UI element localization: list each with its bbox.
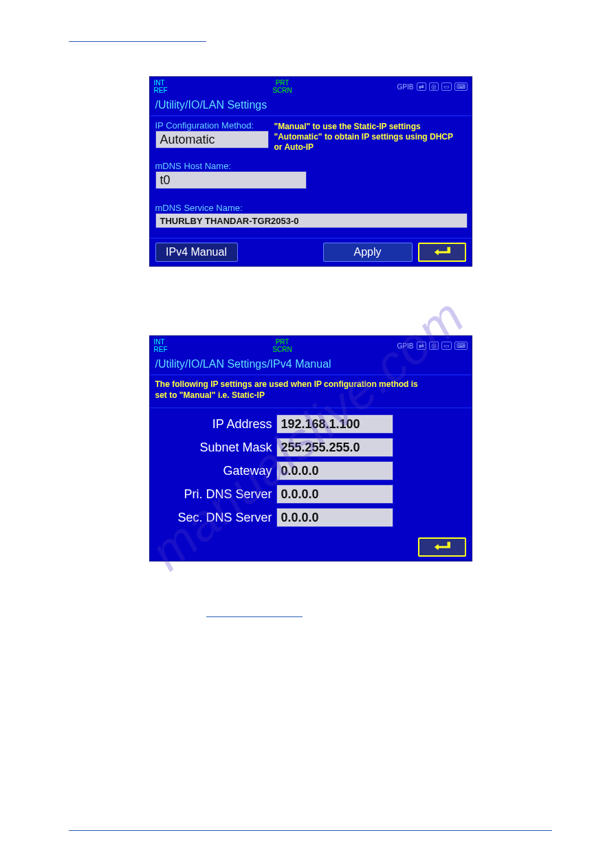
hint-line-2: "Automatic" to obtain IP settings using … [274, 132, 454, 142]
subnet-mask-label: Subnet Mask [155, 441, 272, 455]
usb-icon-2: ◎ [429, 342, 439, 350]
gateway-label: Gateway [155, 464, 272, 478]
pri-dns-field[interactable]: 0.0.0.0 [276, 485, 393, 504]
rs-icon-2: ▭ [441, 342, 452, 350]
sec-dns-label: Sec. DNS Server [155, 511, 272, 525]
mdns-host-field[interactable]: t0 [155, 171, 307, 189]
lan-icon: ⇄ [417, 82, 426, 91]
ip-config-method-field[interactable]: Automatic [155, 131, 269, 148]
header-rule [69, 41, 206, 42]
ip-config-method-label: IP Configuration Method: [155, 120, 269, 131]
body-link-rule [206, 610, 303, 617]
gpib-label: GPIB [397, 83, 414, 91]
ipv4-manual-screenshot: INT REF PRT SCRN GPIB ⇄ ◎ ▭ ⌨ /Utility/I… [149, 335, 472, 561]
status-int-2: INT [154, 338, 168, 346]
ip-address-field[interactable]: 192.168.1.100 [276, 414, 393, 434]
back-button-2[interactable] [418, 537, 466, 557]
back-arrow-icon [432, 247, 452, 258]
usb-icon: ◎ [429, 82, 439, 91]
mdns-service-label: mDNS Service Name: [155, 203, 466, 213]
ip-address-label: IP Address [155, 417, 272, 432]
rs-icon: ▭ [441, 82, 452, 91]
mdns-host-label: mDNS Host Name: [155, 161, 466, 171]
breadcrumb-2: /Utility/IO/LAN Settings/IPv4 Manual [150, 355, 472, 375]
sec-dns-field[interactable]: 0.0.0.0 [276, 508, 393, 527]
back-button[interactable] [418, 243, 466, 262]
lan-settings-screenshot: INT REF PRT SCRN GPIB ⇄ ◎ ▭ ⌨ /Utility/I… [149, 76, 472, 267]
lan-icon-2: ⇄ [417, 342, 426, 350]
gpib-label-2: GPIB [397, 342, 414, 350]
footer-bar [69, 830, 552, 834]
ipv4-manual-button[interactable]: IPv4 Manual [155, 243, 238, 262]
ipv4-note: The following IP settings are used when … [150, 375, 472, 408]
status-center: PRT SCRN [168, 79, 397, 94]
status-right-2: GPIB ⇄ ◎ ▭ ⌨ [397, 342, 468, 350]
ipv4-note-line2: set to "Manual" i.e. Static-IP [155, 390, 466, 401]
status-bar-2: INT REF PRT SCRN GPIB ⇄ ◎ ▭ ⌨ [150, 336, 472, 355]
status-scrn-2: SCRN [168, 346, 397, 353]
status-left-2: INT REF [154, 338, 168, 353]
status-int: INT [154, 79, 168, 87]
kbd-icon-2: ⌨ [454, 342, 468, 350]
pri-dns-label: Pri. DNS Server [155, 487, 272, 502]
subnet-mask-field[interactable]: 255.255.255.0 [276, 438, 393, 457]
status-prt: PRT [168, 79, 397, 87]
status-left: INT REF [154, 79, 168, 94]
back-arrow-icon-2 [432, 542, 452, 553]
gateway-field[interactable]: 0.0.0.0 [276, 461, 393, 480]
status-prt-2: PRT [168, 338, 397, 346]
status-center-2: PRT SCRN [168, 338, 397, 353]
apply-button[interactable]: Apply [323, 243, 413, 262]
hint-line-3: or Auto-IP [274, 142, 454, 153]
status-bar: INT REF PRT SCRN GPIB ⇄ ◎ ▭ ⌨ [150, 77, 472, 96]
status-right: GPIB ⇄ ◎ ▭ ⌨ [397, 82, 468, 91]
ipv4-note-line1: The following IP settings are used when … [155, 379, 466, 390]
hint-line-1: "Manual" to use the Static-IP settings [274, 122, 454, 132]
status-ref: REF [154, 87, 168, 94]
breadcrumb: /Utility/IO/LAN Settings [150, 96, 472, 116]
kbd-icon: ⌨ [454, 82, 468, 91]
status-scrn: SCRN [168, 87, 397, 94]
mdns-service-field[interactable]: THURLBY THANDAR-TGR2053-0 [155, 213, 468, 228]
status-ref-2: REF [154, 346, 168, 353]
